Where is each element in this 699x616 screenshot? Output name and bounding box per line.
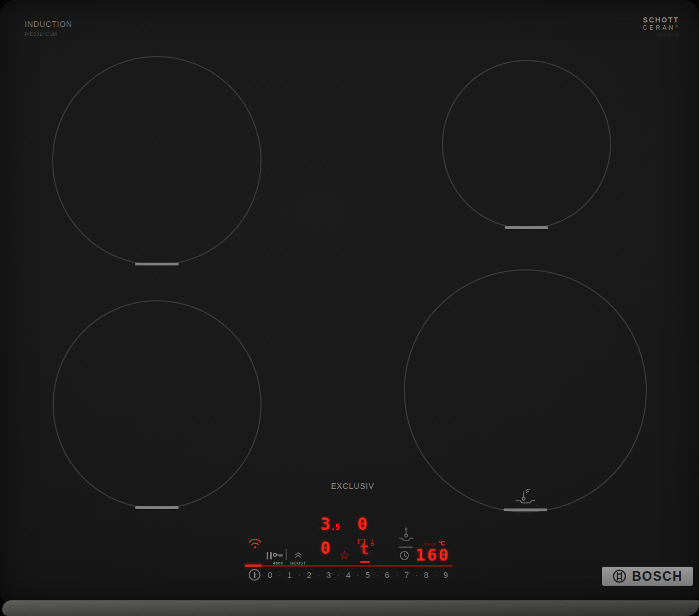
burner-front-right xyxy=(404,269,647,512)
sensor-divider-line xyxy=(399,547,413,548)
control-panel: 4sec BOOST 3.5 0 0 ☆ → t xyxy=(241,512,460,591)
slider-track-line[interactable] xyxy=(262,565,453,567)
panel-divider xyxy=(286,549,287,560)
slider-active-segment[interactable] xyxy=(245,564,262,567)
type-label: INDUCTION xyxy=(25,20,72,29)
key-icon xyxy=(273,552,283,558)
ceran-wordmark: CERAN® xyxy=(643,25,678,31)
schott-wordmark: SCHOTT xyxy=(643,16,678,24)
slider-level-8[interactable]: 8 xyxy=(424,570,428,580)
slider-level-0[interactable]: 0 xyxy=(268,570,272,580)
fry-sensor-key-icon[interactable] xyxy=(398,527,414,542)
temperature-display: 160 xyxy=(416,547,450,563)
key-lock-key[interactable]: 4sec xyxy=(273,550,283,566)
burner-front-left xyxy=(53,300,262,509)
boost-key[interactable]: BOOST xyxy=(290,550,306,566)
slider-level-4[interactable]: 4 xyxy=(346,570,350,580)
registered-mark: ® xyxy=(675,25,678,28)
burner-front-left-marker xyxy=(135,506,179,509)
induction-hob-photo: INDUCTION PIE631HC1M SCHOTT CERAN® 90017… xyxy=(0,0,699,616)
slider-level-9[interactable]: 9 xyxy=(444,570,448,580)
power-button[interactable] xyxy=(249,569,260,581)
mini-thermometer-icon xyxy=(370,539,374,546)
slider-level-7[interactable]: 7 xyxy=(404,570,409,580)
schott-ceran-logo: SCHOTT CERAN® xyxy=(643,16,678,31)
slider-level-2[interactable]: 2 xyxy=(307,570,311,580)
slider-level-5[interactable]: 5 xyxy=(365,570,370,580)
wifi-icon xyxy=(248,538,262,549)
clock-icon[interactable] xyxy=(399,550,409,561)
burner-front-right-marker xyxy=(504,508,547,511)
bosch-symbol-icon xyxy=(612,569,627,584)
front-left-power-display[interactable]: 0 xyxy=(320,540,330,557)
burner-rear-left-marker xyxy=(135,263,179,265)
rear-left-power-display[interactable]: 3.5 xyxy=(320,516,340,533)
power-level-slider[interactable]: 0· 1· 2· 3· 4· 5· 6· 7· 8· 9 xyxy=(268,570,448,580)
timer-zone-display[interactable]: t xyxy=(360,542,369,557)
burner-rear-right xyxy=(442,60,611,229)
slider-level-6[interactable]: 6 xyxy=(385,570,389,580)
slider-level-1[interactable]: 1 xyxy=(287,570,292,580)
slider-level-3[interactable]: 3 xyxy=(327,570,331,580)
front-trim-strip xyxy=(2,600,699,616)
pause-icon xyxy=(267,552,268,559)
favorite-star-key[interactable]: ☆ xyxy=(339,549,350,562)
series-label: EXCLUSIV xyxy=(331,482,374,491)
power-icon xyxy=(254,572,255,578)
rear-right-power-display[interactable]: 0 xyxy=(357,516,367,533)
boost-icon xyxy=(295,552,302,558)
timer-underline-segment xyxy=(360,561,370,563)
burner-rear-right-marker xyxy=(505,226,548,229)
burner-rear-left xyxy=(52,56,262,265)
power-decimal: 5 xyxy=(335,522,340,531)
model-number: PIE631HC1M xyxy=(25,31,57,37)
bosch-logo-badge: BOSCH xyxy=(602,567,693,586)
pause-icon xyxy=(270,552,272,559)
part-number: 9001733806 xyxy=(656,33,679,37)
bosch-wordmark: BOSCH xyxy=(632,569,683,584)
fry-sensor-icon xyxy=(514,486,537,505)
